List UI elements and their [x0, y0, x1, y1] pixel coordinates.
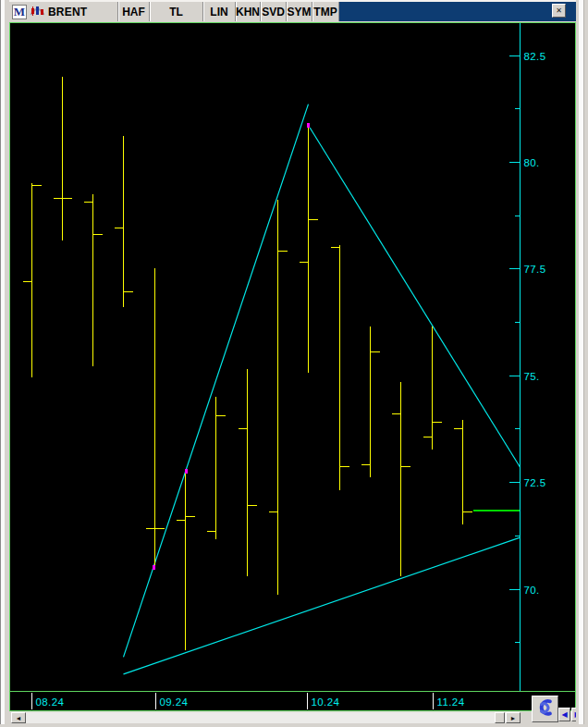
chart-area[interactable]: 82.580.77.575.72.570.08.2409.2410.2411.2… — [9, 22, 576, 711]
price-tick-label: 75. — [524, 371, 540, 382]
triangle-right-side[interactable] — [310, 128, 520, 467]
tab-sym[interactable]: SYM — [287, 2, 312, 21]
titlebar-fill: ✕ — [339, 2, 576, 21]
tab-lin[interactable]: LIN — [203, 2, 236, 21]
matriks-logo-icon — [534, 696, 556, 721]
scrollbar-track[interactable] — [26, 712, 516, 723]
month-label: 11.24 — [437, 696, 465, 708]
window-border-left — [0, 0, 9, 727]
page-prev-icon[interactable]: ◀ — [558, 708, 570, 721]
trendline-anchor[interactable] — [153, 565, 155, 570]
chart-window: M BRENT HAFTLLINKHNSVDSYMTMP ✕ 82.580.77… — [0, 0, 588, 727]
month-label: 08.24 — [36, 696, 65, 708]
price-tick-label: 77.5 — [524, 264, 546, 275]
price-tick-label: 72.5 — [524, 477, 546, 488]
symbol-label[interactable]: BRENT — [48, 6, 87, 18]
scrollbar-thumb[interactable] — [495, 712, 505, 723]
trendline-anchor[interactable] — [185, 469, 188, 474]
trendline-anchor[interactable] — [307, 123, 310, 128]
price-tick-label: 70. — [524, 585, 540, 596]
month-label: 09.24 — [160, 696, 189, 708]
triangle-left-side[interactable] — [123, 105, 308, 658]
window-border-right — [576, 0, 588, 727]
triangle-bottom[interactable] — [123, 537, 520, 674]
chart-type-icon — [30, 3, 45, 20]
month-label: 10.24 — [312, 696, 340, 708]
tab-haf[interactable]: HAF — [118, 2, 150, 21]
tab-tl[interactable]: TL — [150, 2, 203, 21]
tab-svd[interactable]: SVD — [261, 2, 287, 21]
tab-tmp[interactable]: TMP — [312, 2, 339, 21]
close-icon[interactable]: ✕ — [552, 4, 566, 18]
symbol-section: M BRENT — [9, 2, 118, 21]
menu-m-icon[interactable]: M — [12, 5, 27, 19]
horizontal-scrollbar: ◄ ► — [9, 711, 576, 724]
titlebar: M BRENT HAFTLLINKHNSVDSYMTMP ✕ — [9, 0, 576, 21]
toolbar-tabs: HAFTLLINKHNSVDSYMTMP — [118, 2, 339, 21]
price-tick-label: 82.5 — [524, 51, 546, 62]
price-tick-label: 80. — [524, 157, 540, 168]
app-logo-button[interactable] — [532, 696, 558, 722]
tab-khn[interactable]: KHN — [236, 2, 261, 21]
chart-svg[interactable]: 82.580.77.575.72.570.08.2409.2410.2411.2… — [10, 23, 575, 710]
scroll-left-icon[interactable]: ◄ — [11, 712, 26, 723]
scroll-right-icon[interactable]: ► — [506, 712, 521, 723]
